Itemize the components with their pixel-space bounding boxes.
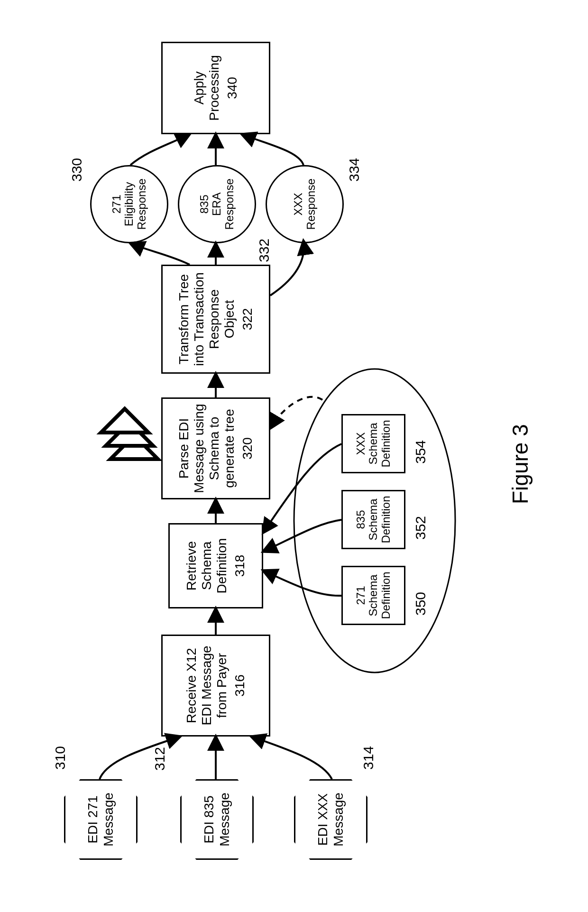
ref: 322 [240,308,255,331]
text: XXX [292,193,304,215]
text: Message [331,792,346,847]
figure-caption: Figure 3 [507,424,533,504]
text: Definition [214,538,230,594]
connectors [0,0,588,912]
schema-xxx: XXX Schema Definition [341,414,405,473]
text: Object [222,300,237,339]
text: 271 [355,586,367,605]
text: Definition [380,420,392,467]
ref: 340 [225,77,240,99]
text: Response [136,178,148,230]
text: Message [217,792,232,847]
text: ERA [211,193,223,216]
text: Schema [199,542,214,590]
ref-332: 332 [256,239,272,262]
text: Receive X12 [184,648,199,723]
ref-350: 350 [413,592,429,616]
response-271: 271 Eligibility Response [90,165,168,243]
text: Response [305,178,317,230]
text: Response [207,289,222,349]
parse-step: Parse EDI Message using Schema to genera… [161,397,270,499]
schema-835: 835 Schema Definition [341,490,405,549]
text: Schema [367,423,379,464]
ref-314: 314 [360,746,377,770]
text: Apply [192,71,207,104]
ref-330: 330 [69,158,85,182]
text: Response [223,178,236,230]
text: Eligibility [123,182,135,226]
text: Processing [207,55,222,121]
text: Message using [192,404,207,493]
text: EDI 835 [202,795,217,843]
retrieve-step: Retrieve Schema Definition 318 [168,523,263,608]
ref: 320 [240,437,255,460]
text: Parse EDI [176,418,192,479]
edi-xxx-message: EDI XXX Message [294,779,368,860]
text: 835 [198,194,211,213]
ref-352: 352 [413,516,429,540]
ref-334: 334 [346,158,362,182]
text: Retrieve [184,541,199,590]
ref: 316 [232,674,248,697]
text: Transform Tree [176,274,192,364]
text: generate tree [222,409,237,488]
stacked-arrows-icon [101,409,158,459]
response-xxx: XXX Response [266,165,344,243]
text: EDI 271 [85,795,101,843]
text: XXX [355,432,367,455]
text: Schema [367,498,379,540]
response-835: 835 ERA Response [178,165,256,243]
transform-step: Transform Tree into Transaction Response… [161,265,270,374]
text: EDI Message [199,645,214,725]
text: 271 [110,194,123,213]
text: Message [101,792,116,847]
apply-step: Apply Processing 340 [161,42,270,134]
text: from Payer [214,653,230,718]
edi-835-message: EDI 835 Message [180,779,254,860]
text: 835 [355,510,367,529]
schema-271: 271 Schema Definition [341,566,405,625]
ref: 318 [232,555,248,577]
text: EDI XXX [315,793,331,846]
text: Definition [380,571,392,619]
ref-310: 310 [52,746,68,770]
ref-354: 354 [413,440,429,464]
ref-312: 312 [152,747,168,771]
text: into Transaction [192,272,207,366]
text: Definition [380,496,392,543]
text: Schema to [207,417,222,480]
receive-step: Receive X12 EDI Message from Payer 316 [161,635,270,737]
edi-271-message: EDI 271 Message [64,779,138,860]
text: Schema [367,574,379,616]
